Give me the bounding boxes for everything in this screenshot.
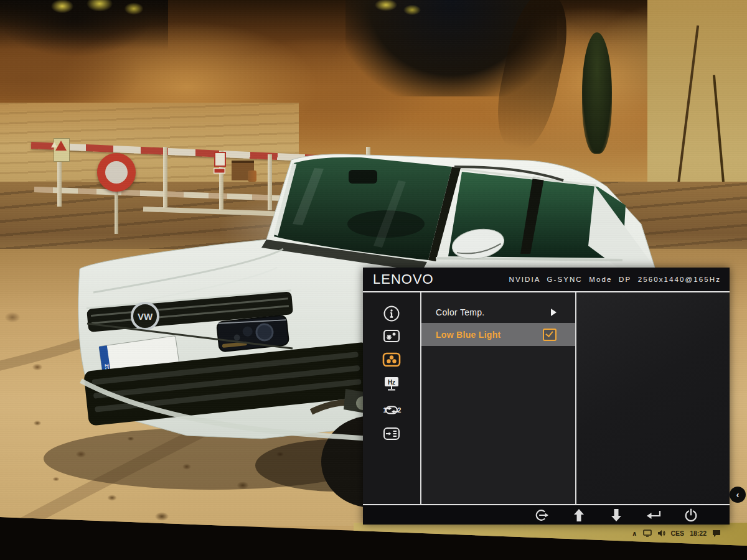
osd-preview-pane — [576, 292, 730, 504]
notification-center-icon[interactable] — [712, 530, 721, 538]
sidebar-item-image-properties[interactable] — [378, 325, 405, 347]
language-indicator[interactable]: CES — [671, 530, 685, 537]
menu-item-label: Color Temp. — [436, 307, 485, 317]
menu-settings-icon — [381, 424, 402, 443]
svg-text:Hz: Hz — [388, 379, 395, 386]
exit-icon — [533, 508, 550, 523]
network-icon[interactable] — [643, 530, 652, 537]
exit-button[interactable] — [533, 507, 550, 523]
sidebar-item-color-settings[interactable] — [378, 349, 405, 370]
image-settings-icon — [381, 327, 402, 345]
osd-menu: Color Temp. Low Blue Light — [421, 292, 576, 504]
monitor-screen: VW CZ Das WeltAuto. AUTO PODBABSKÁ — [0, 0, 747, 560]
menu-item-color-temp[interactable]: Color Temp. — [421, 301, 575, 323]
osd-status-text: NVIDIA G-SYNC Mode DP 2560x1440@165Hz — [509, 276, 721, 283]
collapse-arrow-button[interactable]: ‹ — [730, 487, 746, 503]
input-switch-1-2-icon: 1 2 — [381, 400, 402, 419]
enter-button[interactable] — [646, 507, 662, 523]
info-icon — [381, 304, 402, 323]
arrow-down-icon — [609, 508, 624, 523]
osd-brand: LENOVO — [373, 271, 434, 287]
osd-header: LENOVO NVIDIA G-SYNC Mode DP 2560x1440@1… — [363, 268, 730, 292]
enter-icon — [646, 508, 662, 522]
volume-icon[interactable] — [657, 530, 665, 537]
power-button[interactable] — [683, 507, 699, 523]
sidebar-item-input-switch[interactable]: 1 2 — [378, 399, 405, 420]
up-button[interactable] — [571, 507, 587, 523]
vw-badge: VW — [138, 311, 153, 322]
osd-sidebar: Hz 1 2 — [363, 292, 421, 504]
clock[interactable]: 18:22 — [690, 530, 707, 537]
color-settings-icon — [381, 350, 402, 369]
svg-text:2: 2 — [398, 406, 402, 414]
hidden-icons-chevron[interactable]: ∧ — [632, 530, 637, 537]
menu-item-low-blue-light[interactable]: Low Blue Light — [421, 323, 575, 346]
system-tray: ∧ CES 18:22 — [632, 526, 741, 540]
power-icon — [684, 508, 698, 523]
down-button[interactable] — [608, 507, 624, 523]
osd-controls-bar — [363, 504, 730, 525]
submenu-arrow-icon — [551, 309, 557, 316]
sidebar-item-information[interactable] — [378, 303, 405, 324]
refresh-rate-hz-icon: Hz — [381, 375, 402, 393]
osd-panel: LENOVO NVIDIA G-SYNC Mode DP 2560x1440@1… — [363, 268, 730, 525]
checkbox-checked-icon[interactable] — [543, 329, 557, 341]
sidebar-item-refresh-rate[interactable]: Hz — [378, 373, 405, 394]
chevron-left-icon: ‹ — [736, 490, 740, 500]
arrow-up-icon — [571, 508, 586, 523]
sidebar-item-menu-options[interactable] — [378, 423, 405, 444]
menu-item-label: Low Blue Light — [436, 330, 501, 340]
monitor-photo: VW CZ Das WeltAuto. AUTO PODBABSKÁ — [0, 0, 747, 560]
